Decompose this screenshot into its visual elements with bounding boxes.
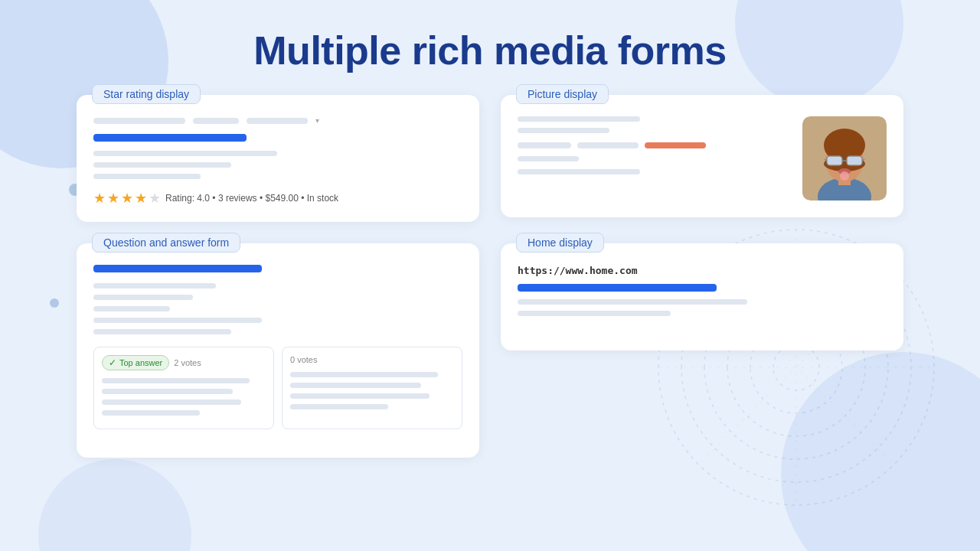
pic-skel-orange [645, 142, 706, 148]
skel-line-1 [93, 151, 277, 156]
home-progress-bar [518, 284, 717, 292]
bottom-cards-row: Question and answer form ✓ Top answer 2 … [0, 243, 980, 458]
home-display-card-wrapper: Home display https://www.home.com [501, 243, 903, 458]
other-answer-box: 0 votes [282, 347, 462, 429]
home-skel-1 [518, 299, 747, 305]
star-rating-card-body: ▾ ★ ★ ★ ★ ★ Rating: 4.0 • 3 reviews • $5… [77, 95, 479, 222]
star-4: ★ [135, 190, 147, 207]
picture-card-inner [518, 116, 887, 201]
stars-display: ★ ★ ★ ★ ★ [93, 190, 161, 207]
skel-bar-3 [247, 118, 308, 124]
top-answer-votes: 2 votes [174, 358, 201, 367]
pic-row-1 [518, 142, 790, 148]
top-cards-row: Star rating display ▾ ★ ★ ★ ★ ★ Rat [0, 95, 980, 222]
top-answer-header: ✓ Top answer 2 votes [102, 355, 266, 370]
ans-skel-3 [102, 399, 241, 405]
skel-bar-1 [93, 118, 185, 124]
skel-line-2 [93, 162, 231, 168]
star-rating-top-row: ▾ [93, 116, 462, 125]
qa-form-label: Question and answer form [92, 233, 240, 253]
qa-skel-3 [93, 306, 170, 311]
pic-skel-line-4 [518, 169, 640, 174]
qa-form-card-wrapper: Question and answer form ✓ Top answer 2 … [77, 243, 479, 458]
qa-skel-1 [93, 283, 216, 289]
home-display-card-body: https://www.home.com [501, 243, 903, 350]
star-rating-label: Star rating display [92, 84, 201, 104]
picture-display-card-body [501, 95, 903, 217]
star-1: ★ [93, 190, 106, 207]
other-ans-skel-3 [290, 393, 430, 399]
qa-progress-bar [93, 265, 262, 272]
picture-display-label: Picture display [516, 84, 609, 104]
other-ans-skel-2 [290, 383, 421, 388]
bg-decoration-circle-bl [38, 459, 191, 551]
qa-skel-2 [93, 295, 193, 300]
product-image-svg [802, 116, 887, 201]
rating-text: Rating: 4.0 • 3 reviews • $549.00 • In s… [165, 193, 338, 204]
svg-point-18 [840, 171, 849, 181]
qa-form-card-body: ✓ Top answer 2 votes 0 votes [77, 243, 479, 458]
skel-bar-2 [193, 118, 239, 124]
pic-skel-line-2 [518, 128, 609, 133]
pic-skel-sm-2 [577, 142, 639, 148]
other-answer-header: 0 votes [290, 355, 454, 364]
product-image [802, 116, 887, 201]
star-3: ★ [121, 190, 133, 207]
top-answer-box: ✓ Top answer 2 votes [93, 347, 274, 429]
dropdown-arrow-icon: ▾ [315, 116, 319, 125]
pic-skel-sm-1 [518, 142, 571, 148]
home-url-text: https://www.home.com [518, 265, 887, 276]
qa-skel-4 [93, 318, 262, 323]
star-5: ★ [149, 190, 161, 207]
skel-line-3 [93, 174, 201, 179]
pic-skel-line-3 [518, 156, 579, 161]
home-display-label: Home display [516, 233, 604, 253]
home-skel-2 [518, 311, 671, 316]
progress-bar-blue [93, 134, 247, 142]
svg-rect-16 [848, 157, 861, 165]
ans-skel-1 [102, 378, 250, 383]
top-answer-badge: ✓ Top answer [102, 355, 169, 370]
other-answer-votes: 0 votes [290, 355, 317, 364]
star-2: ★ [107, 190, 119, 207]
star-rating-card-wrapper: Star rating display ▾ ★ ★ ★ ★ ★ Rat [77, 95, 479, 222]
star-rating-row: ★ ★ ★ ★ ★ Rating: 4.0 • 3 reviews • $549… [93, 190, 462, 207]
home-url-value: https://www.home.com [518, 265, 638, 276]
ans-skel-4 [102, 410, 200, 416]
other-ans-skel-1 [290, 372, 438, 377]
picture-content-side [518, 116, 790, 201]
other-ans-skel-4 [290, 404, 388, 409]
pic-skel-line-1 [518, 116, 640, 122]
picture-display-card-wrapper: Picture display [501, 95, 903, 222]
qa-skel-5 [93, 329, 231, 334]
qa-answers-row: ✓ Top answer 2 votes 0 votes [93, 347, 462, 429]
svg-rect-15 [828, 157, 841, 165]
check-circle-icon: ✓ [109, 357, 116, 368]
ans-skel-2 [102, 389, 233, 394]
top-answer-label: Top answer [119, 358, 162, 367]
